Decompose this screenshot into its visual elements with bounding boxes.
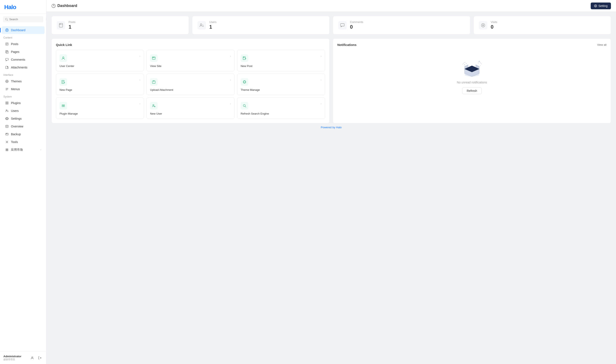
sidebar-item-overview[interactable]: Overview bbox=[2, 123, 44, 130]
menus-icon bbox=[5, 87, 9, 91]
svg-rect-76 bbox=[64, 105, 65, 105]
sidebar-item-pages[interactable]: Pages bbox=[2, 48, 44, 56]
svg-rect-46 bbox=[59, 23, 63, 27]
svg-rect-50 bbox=[340, 24, 344, 26]
notifications-title: Notifications bbox=[337, 43, 357, 47]
refresh-button[interactable]: Refresh bbox=[462, 87, 481, 94]
stats-row: Posts 1 Users 1 bbox=[52, 16, 611, 34]
quick-link-user-center[interactable]: › User Center bbox=[56, 50, 144, 71]
svg-point-37 bbox=[7, 149, 8, 150]
svg-point-27 bbox=[7, 118, 8, 119]
refresh-search-icon bbox=[241, 102, 248, 110]
sidebar-item-label: Pages bbox=[11, 50, 19, 53]
quick-link-theme-manage[interactable]: › Theme Manage bbox=[237, 74, 325, 95]
notifications-header: Notifications View all bbox=[337, 43, 606, 47]
sidebar-item-dashboard[interactable]: Dashboard bbox=[2, 26, 44, 34]
powered-by: Powered by Halo bbox=[52, 123, 611, 131]
quick-link-view-site[interactable]: › View Site bbox=[146, 50, 234, 71]
chevron-right-icon: › bbox=[40, 148, 41, 151]
stat-comments-label: Comments bbox=[350, 20, 363, 24]
svg-rect-73 bbox=[62, 106, 63, 107]
stat-comments-icon bbox=[338, 21, 347, 29]
svg-point-58 bbox=[153, 57, 154, 57]
sidebar-item-tools[interactable]: Tools bbox=[2, 138, 44, 146]
search-icon bbox=[5, 18, 8, 21]
pages-icon bbox=[5, 50, 9, 54]
search-input[interactable] bbox=[9, 18, 45, 21]
quick-link-label: Theme Manage bbox=[241, 88, 322, 91]
settings-icon bbox=[5, 117, 9, 120]
empty-text: No unread notifications bbox=[457, 81, 487, 84]
sidebar-item-posts[interactable]: Posts bbox=[2, 40, 44, 48]
section-label-interface: Interface bbox=[0, 71, 46, 77]
quick-link-new-post[interactable]: › New Post bbox=[237, 50, 325, 71]
stat-visits-info: Visits 0 bbox=[491, 20, 497, 30]
footer-username: Administrator bbox=[3, 355, 21, 358]
sidebar-item-backup[interactable]: Backup bbox=[2, 130, 44, 138]
sidebar-item-label: Users bbox=[11, 109, 19, 113]
stat-posts-info: Posts 1 bbox=[69, 20, 75, 30]
logo-area: Halo bbox=[0, 0, 46, 14]
quick-link-upload-attachment[interactable]: › Upload Attachment bbox=[146, 74, 234, 95]
svg-point-82 bbox=[243, 104, 245, 107]
stat-posts-icon bbox=[57, 21, 65, 29]
arrow-icon: › bbox=[230, 78, 231, 81]
sidebar-item-settings[interactable]: Settings bbox=[2, 115, 44, 122]
stat-card-posts: Posts 1 bbox=[52, 16, 189, 34]
sidebar-item-label: Attachments bbox=[11, 66, 28, 69]
sidebar-item-label: Tools bbox=[11, 140, 18, 144]
user-center-icon bbox=[59, 54, 67, 62]
sidebar-item-comments[interactable]: Comments bbox=[2, 56, 44, 63]
app-logo: Halo bbox=[4, 4, 42, 11]
svg-point-26 bbox=[6, 110, 7, 111]
sidebar-item-themes[interactable]: Themes bbox=[2, 78, 44, 85]
stat-users-value: 1 bbox=[209, 24, 216, 30]
quick-link-plugin-manage[interactable]: › Plugin Manage bbox=[56, 98, 144, 119]
sidebar-item-app-market[interactable]: 应用市场 › bbox=[2, 146, 44, 154]
logout-button[interactable] bbox=[37, 355, 43, 361]
sidebar-item-label: Dashboard bbox=[11, 28, 26, 32]
sidebar-item-plugins[interactable]: Plugins bbox=[2, 99, 44, 107]
plugin-manage-icon bbox=[59, 102, 67, 110]
sidebar-item-label: 应用市场 bbox=[11, 148, 23, 152]
svg-point-38 bbox=[6, 150, 7, 151]
main-area: Dashboard Setting Po bbox=[46, 0, 616, 364]
svg-rect-22 bbox=[6, 102, 7, 103]
user-profile-button[interactable] bbox=[29, 355, 35, 361]
quick-link-new-page[interactable]: › New Page bbox=[56, 74, 144, 95]
new-page-icon bbox=[59, 78, 67, 86]
sidebar-item-label: Themes bbox=[11, 80, 22, 83]
quick-links-grid: › User Center bbox=[56, 50, 325, 119]
users-icon bbox=[5, 109, 9, 113]
comments-icon bbox=[5, 58, 9, 62]
setting-button[interactable]: Setting bbox=[591, 2, 611, 9]
quick-link-refresh-search-engine[interactable]: › Refresh Search Engine bbox=[237, 98, 325, 119]
view-site-icon bbox=[150, 54, 158, 62]
quick-link-label: New User bbox=[150, 112, 231, 115]
posts-icon bbox=[5, 42, 9, 46]
quick-link-label: User Center bbox=[59, 65, 140, 68]
stat-users-label: Users bbox=[209, 20, 216, 24]
page-content: Posts 1 Users 1 bbox=[46, 12, 616, 364]
quick-link-label: View Site bbox=[150, 65, 231, 68]
page-title: Dashboard bbox=[57, 4, 77, 8]
stat-posts-value: 1 bbox=[69, 24, 75, 30]
svg-point-18 bbox=[7, 81, 7, 82]
notifications-card: Notifications View all bbox=[333, 39, 611, 123]
quick-link-label: Refresh Search Engine bbox=[241, 112, 322, 115]
stat-posts-label: Posts bbox=[69, 20, 75, 24]
svg-rect-24 bbox=[6, 103, 7, 104]
plugins-icon bbox=[5, 101, 9, 105]
quick-link-new-user[interactable]: › New User bbox=[146, 98, 234, 119]
sidebar-item-label: Comments bbox=[11, 58, 25, 61]
new-post-icon bbox=[241, 54, 248, 62]
stat-users-icon bbox=[197, 21, 206, 29]
new-user-icon bbox=[150, 102, 158, 110]
sidebar-item-attachments[interactable]: Attachments bbox=[2, 64, 44, 71]
svg-point-39 bbox=[7, 150, 8, 151]
stat-comments-value: 0 bbox=[350, 24, 363, 30]
sidebar-item-menus[interactable]: Menus bbox=[2, 85, 44, 93]
search-bar[interactable]: ⌘+K bbox=[3, 16, 43, 22]
view-all-link[interactable]: View all bbox=[597, 43, 606, 46]
sidebar-item-users[interactable]: Users bbox=[2, 107, 44, 115]
